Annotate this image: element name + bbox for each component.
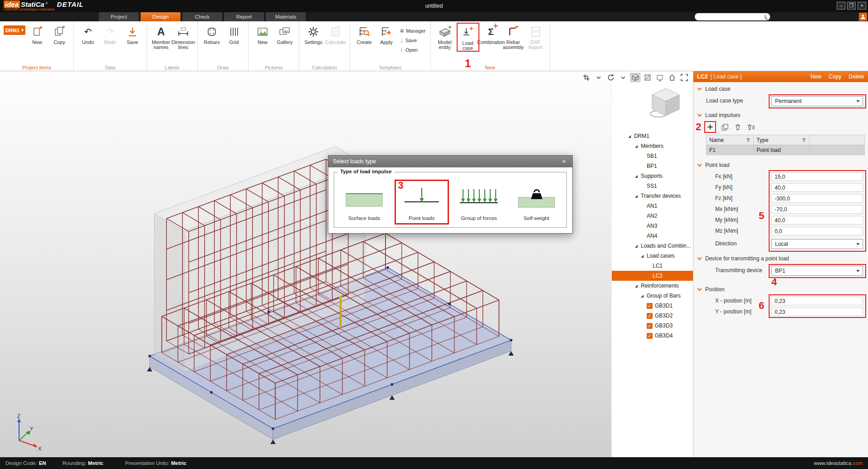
tree-item-lc1[interactable]: LC1 [612,261,693,271]
mz-input[interactable] [771,227,863,235]
delete-load-case-button[interactable]: Delete [848,73,864,80]
home-view-icon[interactable] [667,73,677,82]
impulse-type-cell[interactable]: Point load [754,145,809,155]
direction-select[interactable]: Local [771,239,863,249]
viewport-3d[interactable]: Z Y X [0,71,611,457]
copy-load-impulse-button[interactable] [720,122,729,132]
load-case-type-select[interactable]: Permanent [771,96,863,106]
new-picture-button[interactable]: New [252,23,273,45]
section-load-impulses[interactable]: Load impulses [698,112,740,118]
delete-all-load-impulses-button[interactable] [746,122,756,132]
crop-dropdown-chevron[interactable] [594,73,604,82]
grid-button[interactable]: Grid [224,23,244,45]
dxf-import-button[interactable]: DXF DXF Import [525,23,546,50]
load-case-button[interactable]: Load case [458,24,478,51]
crop-view-icon[interactable] [581,73,591,82]
settings-button[interactable]: Settings [303,23,324,45]
tree-item-supports[interactable]: ◢Supports [612,171,693,181]
tree-item-an1[interactable]: AN1 [612,201,693,211]
section-position[interactable]: Position [698,286,725,293]
fy-input[interactable] [771,183,863,192]
copy-project-item-button[interactable]: Copy [49,23,70,45]
table-row[interactable]: F1 Point load [707,145,865,155]
add-load-impulse-button[interactable] [706,122,715,132]
checkbox-checked-icon[interactable]: ✓ [647,313,653,319]
tree-expand-icon[interactable]: ◢ [641,294,647,298]
group-of-forces-option[interactable]: Group of forces [454,181,505,223]
fx-input[interactable] [771,172,863,181]
account-button[interactable] [859,13,867,21]
tree-item-an4[interactable]: AN4 [612,231,693,241]
tab-project[interactable]: Project [99,12,139,21]
projection-view-icon[interactable] [630,73,640,82]
save-button[interactable]: Save [122,23,143,45]
apply-template-button[interactable]: Apply [376,23,397,45]
tree-item-drm1[interactable]: ◢DRM1 [612,131,693,141]
viewport-3d-scene[interactable] [0,71,611,457]
dialog-close-button[interactable]: × [561,158,568,165]
undo-button[interactable]: ↶ Undo [78,23,98,45]
gallery-button[interactable]: Gallery [274,23,295,45]
tab-check[interactable]: Check [182,12,222,21]
fz-input[interactable] [771,194,863,203]
project-item-selector[interactable]: DRM1 ▾ [4,25,25,35]
table-header-name[interactable]: Name [707,135,754,145]
tree-item-gb3d4[interactable]: ✓GB3D4 [612,331,693,341]
filter-icon[interactable] [802,138,806,142]
tree-item-group-of-bars[interactable]: ◢Group of Bars [612,291,693,301]
minimize-button[interactable]: – [837,2,845,10]
template-manager-button[interactable]: ≡ Manager [400,27,426,34]
my-input[interactable] [771,216,863,225]
tree-item-transfer-devices[interactable]: ◢Transfer devices [612,191,693,201]
combination-button[interactable]: Σ Combination [481,23,502,45]
delete-load-impulse-button[interactable] [733,122,742,132]
tab-materials[interactable]: Materials [266,12,306,21]
tree-item-gb3d1[interactable]: ✓GB3D1 [612,301,693,311]
transmitting-device-select[interactable]: BP1 [771,266,863,276]
member-names-button[interactable]: A Member names [151,23,171,50]
tree-expand-icon[interactable]: ◢ [635,174,641,178]
x-position-input[interactable] [771,297,863,305]
section-device[interactable]: Device for transmitting a point load [698,255,789,262]
tab-report[interactable]: Report [224,12,264,21]
tree-item-reinforcements[interactable]: ◢Reinforcements [612,281,693,291]
checkbox-checked-icon[interactable]: ✓ [647,303,653,309]
solid-view-icon[interactable] [643,73,653,82]
dimension-lines-button[interactable]: Dimension lines [173,23,194,50]
tree-expand-icon[interactable]: ◢ [641,254,647,258]
tree-item-ss1[interactable]: SS1 [612,181,693,191]
mx-input[interactable] [771,205,863,214]
create-template-button[interactable]: Create [354,23,375,45]
dialog-title-bar[interactable]: Select loads type × [328,156,572,167]
surface-loads-option[interactable]: Surface loads [339,181,390,223]
tree-expand-icon[interactable]: ◢ [635,244,641,248]
tree-item-loads-and-combinations[interactable]: ◢Loads and Combin... [612,241,693,251]
tree-expand-icon[interactable]: ◢ [635,194,641,198]
tree-expand-icon[interactable]: ◢ [628,134,634,138]
rebars-button[interactable]: Rebars [201,23,222,45]
navigation-cube[interactable] [645,86,684,122]
new-load-case-button[interactable]: New [810,73,821,80]
copy-load-case-button[interactable]: Copy [829,73,841,80]
tree-item-lc2-selected[interactable]: LC2 [612,271,693,281]
tree-expand-icon[interactable]: ◢ [635,144,641,148]
self-weight-option[interactable]: Self weight [511,181,562,223]
close-button[interactable]: × [858,2,866,10]
template-save-button[interactable]: ↓ Save [400,37,426,44]
orbit-icon[interactable] [606,73,616,82]
impulse-name-cell[interactable]: F1 [707,145,754,155]
section-load-case[interactable]: Load case [698,86,730,92]
section-point-load[interactable]: Point load [698,162,729,168]
point-loads-option[interactable]: 3 Point loads [396,181,448,223]
website-link[interactable]: www.ideastatica.com [814,460,863,466]
table-header-type[interactable]: Type [754,135,809,145]
new-project-item-button[interactable]: New [27,23,48,45]
redo-button[interactable]: ↷ Redo [100,23,121,45]
search-input[interactable] [695,14,765,20]
tree-item-an3[interactable]: AN3 [612,221,693,231]
checkbox-checked-icon[interactable]: ✓ [647,333,653,339]
calculate-button[interactable]: Calculate [325,23,346,45]
render-mode-icon[interactable] [655,73,665,82]
rebar-assembly-button[interactable]: Rebar assembly [503,23,524,50]
tree-item-bp1[interactable]: BP1 [612,161,693,171]
